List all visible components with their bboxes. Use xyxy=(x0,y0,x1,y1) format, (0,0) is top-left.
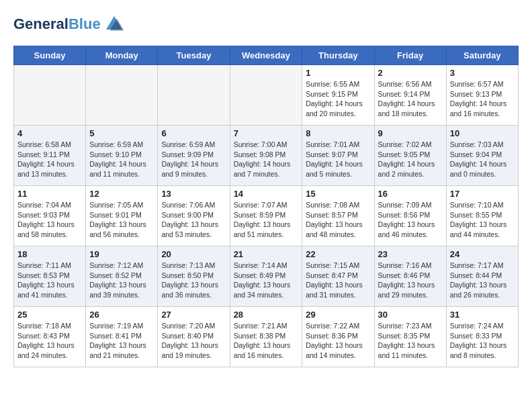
day-info: Sunrise: 7:14 AM Sunset: 8:49 PM Dayligh… xyxy=(234,261,299,300)
day-info: Sunrise: 7:20 AM Sunset: 8:40 PM Dayligh… xyxy=(161,321,226,361)
calendar-cell: 27Sunrise: 7:20 AM Sunset: 8:40 PM Dayli… xyxy=(158,307,230,367)
day-number: 31 xyxy=(450,310,515,320)
day-number: 21 xyxy=(234,249,299,259)
calendar-cell: 6Sunrise: 6:59 AM Sunset: 9:09 PM Daylig… xyxy=(158,126,230,186)
day-info: Sunrise: 6:58 AM Sunset: 9:11 PM Dayligh… xyxy=(17,140,82,179)
day-number: 16 xyxy=(378,189,443,199)
weekday-header: Wednesday xyxy=(230,46,302,65)
day-number: 15 xyxy=(306,189,370,199)
calendar-cell: 14Sunrise: 7:07 AM Sunset: 8:59 PM Dayli… xyxy=(230,186,302,246)
calendar-cell: 4Sunrise: 6:58 AM Sunset: 9:11 PM Daylig… xyxy=(14,126,86,186)
day-number: 17 xyxy=(450,189,515,199)
logo: GeneralBlue xyxy=(13,13,125,35)
day-number: 29 xyxy=(306,310,370,320)
day-number: 8 xyxy=(306,128,370,138)
day-number: 4 xyxy=(17,128,82,138)
day-info: Sunrise: 7:21 AM Sunset: 8:38 PM Dayligh… xyxy=(234,321,299,361)
calendar-cell: 19Sunrise: 7:12 AM Sunset: 8:52 PM Dayli… xyxy=(86,246,158,307)
day-info: Sunrise: 7:10 AM Sunset: 8:55 PM Dayligh… xyxy=(450,200,515,240)
day-number: 25 xyxy=(17,310,82,320)
day-number: 26 xyxy=(89,310,154,320)
day-info: Sunrise: 7:08 AM Sunset: 8:57 PM Dayligh… xyxy=(306,200,370,240)
weekday-header: Thursday xyxy=(302,46,374,65)
day-info: Sunrise: 7:13 AM Sunset: 8:50 PM Dayligh… xyxy=(161,261,226,300)
calendar-cell: 17Sunrise: 7:10 AM Sunset: 8:55 PM Dayli… xyxy=(446,186,518,246)
calendar-cell: 11Sunrise: 7:04 AM Sunset: 9:03 PM Dayli… xyxy=(14,186,86,246)
day-number: 28 xyxy=(234,310,299,320)
calendar-cell xyxy=(86,65,158,126)
day-info: Sunrise: 7:01 AM Sunset: 9:07 PM Dayligh… xyxy=(306,140,370,179)
calendar-cell: 30Sunrise: 7:23 AM Sunset: 8:35 PM Dayli… xyxy=(374,307,446,367)
day-info: Sunrise: 7:15 AM Sunset: 8:47 PM Dayligh… xyxy=(306,261,370,300)
day-info: Sunrise: 7:09 AM Sunset: 8:56 PM Dayligh… xyxy=(378,200,443,240)
day-info: Sunrise: 7:24 AM Sunset: 8:33 PM Dayligh… xyxy=(450,321,515,361)
weekday-header: Sunday xyxy=(14,46,86,65)
calendar-cell xyxy=(14,65,86,126)
day-number: 12 xyxy=(89,189,154,199)
day-info: Sunrise: 7:00 AM Sunset: 9:08 PM Dayligh… xyxy=(234,140,299,179)
day-number: 24 xyxy=(450,249,515,259)
day-info: Sunrise: 6:59 AM Sunset: 9:10 PM Dayligh… xyxy=(89,140,154,179)
day-number: 3 xyxy=(450,68,515,78)
calendar-cell: 10Sunrise: 7:03 AM Sunset: 9:04 PM Dayli… xyxy=(446,126,518,186)
day-info: Sunrise: 7:12 AM Sunset: 8:52 PM Dayligh… xyxy=(89,261,154,300)
day-number: 30 xyxy=(378,310,443,320)
day-number: 23 xyxy=(378,249,443,259)
day-number: 18 xyxy=(17,249,82,259)
calendar-table: SundayMondayTuesdayWednesdayThursdayFrid… xyxy=(13,46,519,367)
day-info: Sunrise: 6:57 AM Sunset: 9:13 PM Dayligh… xyxy=(450,79,515,119)
calendar-cell: 9Sunrise: 7:02 AM Sunset: 9:05 PM Daylig… xyxy=(374,126,446,186)
calendar-cell: 2Sunrise: 6:56 AM Sunset: 9:14 PM Daylig… xyxy=(374,65,446,126)
calendar-cell: 25Sunrise: 7:18 AM Sunset: 8:43 PM Dayli… xyxy=(14,307,86,367)
day-number: 20 xyxy=(161,249,226,259)
calendar-cell: 8Sunrise: 7:01 AM Sunset: 9:07 PM Daylig… xyxy=(302,126,374,186)
logo-text: GeneralBlue xyxy=(13,17,101,32)
day-info: Sunrise: 7:23 AM Sunset: 8:35 PM Dayligh… xyxy=(378,321,443,361)
calendar-cell: 12Sunrise: 7:05 AM Sunset: 9:01 PM Dayli… xyxy=(86,186,158,246)
weekday-header: Friday xyxy=(374,46,446,65)
day-number: 6 xyxy=(161,128,226,138)
day-info: Sunrise: 7:16 AM Sunset: 8:46 PM Dayligh… xyxy=(378,261,443,300)
day-number: 13 xyxy=(161,189,226,199)
day-info: Sunrise: 7:03 AM Sunset: 9:04 PM Dayligh… xyxy=(450,140,515,179)
day-number: 10 xyxy=(450,128,515,138)
day-info: Sunrise: 7:07 AM Sunset: 8:59 PM Dayligh… xyxy=(234,200,299,240)
weekday-header: Saturday xyxy=(446,46,518,65)
calendar-cell: 18Sunrise: 7:11 AM Sunset: 8:53 PM Dayli… xyxy=(14,246,86,307)
calendar-cell xyxy=(230,65,302,126)
calendar-cell: 26Sunrise: 7:19 AM Sunset: 8:41 PM Dayli… xyxy=(86,307,158,367)
calendar-cell: 16Sunrise: 7:09 AM Sunset: 8:56 PM Dayli… xyxy=(374,186,446,246)
day-info: Sunrise: 7:22 AM Sunset: 8:36 PM Dayligh… xyxy=(306,321,370,361)
calendar-cell: 13Sunrise: 7:06 AM Sunset: 9:00 PM Dayli… xyxy=(158,186,230,246)
calendar-cell: 24Sunrise: 7:17 AM Sunset: 8:44 PM Dayli… xyxy=(446,246,518,307)
day-number: 22 xyxy=(306,249,370,259)
day-number: 2 xyxy=(378,68,443,78)
weekday-header: Monday xyxy=(86,46,158,65)
day-info: Sunrise: 7:02 AM Sunset: 9:05 PM Dayligh… xyxy=(378,140,443,179)
calendar-header: SundayMondayTuesdayWednesdayThursdayFrid… xyxy=(14,46,519,65)
day-info: Sunrise: 7:06 AM Sunset: 9:00 PM Dayligh… xyxy=(161,200,226,240)
calendar-cell: 21Sunrise: 7:14 AM Sunset: 8:49 PM Dayli… xyxy=(230,246,302,307)
day-number: 5 xyxy=(89,128,154,138)
day-info: Sunrise: 7:05 AM Sunset: 9:01 PM Dayligh… xyxy=(89,200,154,240)
calendar-cell: 15Sunrise: 7:08 AM Sunset: 8:57 PM Dayli… xyxy=(302,186,374,246)
calendar-cell: 31Sunrise: 7:24 AM Sunset: 8:33 PM Dayli… xyxy=(446,307,518,367)
day-number: 11 xyxy=(17,189,82,199)
day-info: Sunrise: 6:56 AM Sunset: 9:14 PM Dayligh… xyxy=(378,79,443,119)
day-number: 19 xyxy=(89,249,154,259)
calendar-cell: 29Sunrise: 7:22 AM Sunset: 8:36 PM Dayli… xyxy=(302,307,374,367)
day-number: 7 xyxy=(234,128,299,138)
calendar-cell xyxy=(158,65,230,126)
logo-icon xyxy=(103,13,125,35)
day-number: 9 xyxy=(378,128,443,138)
calendar-cell: 1Sunrise: 6:55 AM Sunset: 9:15 PM Daylig… xyxy=(302,65,374,126)
calendar-cell: 28Sunrise: 7:21 AM Sunset: 8:38 PM Dayli… xyxy=(230,307,302,367)
day-info: Sunrise: 7:11 AM Sunset: 8:53 PM Dayligh… xyxy=(17,261,82,300)
day-number: 1 xyxy=(306,68,370,78)
weekday-header: Tuesday xyxy=(158,46,230,65)
calendar-cell: 5Sunrise: 6:59 AM Sunset: 9:10 PM Daylig… xyxy=(86,126,158,186)
day-info: Sunrise: 7:19 AM Sunset: 8:41 PM Dayligh… xyxy=(89,321,154,361)
page-header: GeneralBlue xyxy=(13,13,519,35)
day-info: Sunrise: 7:04 AM Sunset: 9:03 PM Dayligh… xyxy=(17,200,82,240)
day-info: Sunrise: 6:55 AM Sunset: 9:15 PM Dayligh… xyxy=(306,79,370,119)
